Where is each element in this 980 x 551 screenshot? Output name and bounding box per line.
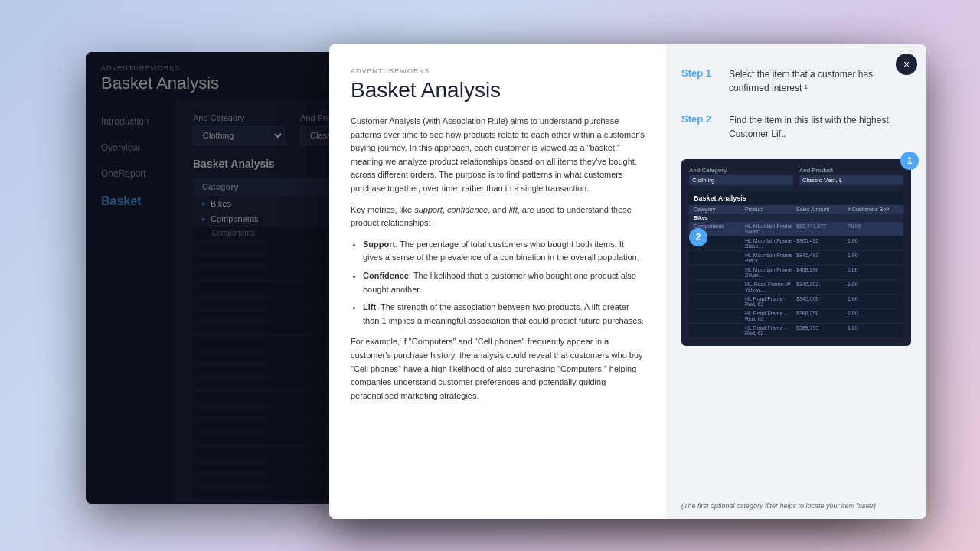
mini-table: Basket Analysis Category Product Sales A… xyxy=(689,191,903,338)
mini-category-label: And Category xyxy=(689,167,793,174)
mini-table-row: ML Road Frame-W - Yellow,...$340,2021.00 xyxy=(689,280,903,295)
mini-table-row: HL Road Frame - Red, 62$345,0681.00 xyxy=(689,295,903,309)
mini-table-row: HL Mountain Frame - Black,...$841,4831.0… xyxy=(689,251,903,266)
mini-product-label: And Product xyxy=(799,167,903,174)
step-2-label: Step 2 xyxy=(681,113,718,125)
mini-col-customers: # Customers Both xyxy=(848,207,899,212)
help-bullet-confidence: Confidence: The likelihood that a custom… xyxy=(363,269,645,296)
mini-filters: And Category Clothing And Product Classi… xyxy=(689,167,903,185)
step-1: Step 1 Select the item that a customer h… xyxy=(681,67,911,95)
help-modal-body: Customer Analysis (with Association Rule… xyxy=(351,115,645,403)
help-para-3: For example, if "Computers" and "Cell ph… xyxy=(351,335,645,403)
help-modal-title: Basket Analysis xyxy=(351,78,645,103)
step-1-desc: Select the item that a customer has conf… xyxy=(729,67,911,95)
step-1-label: Step 1 xyxy=(681,67,718,79)
help-para-2: Key metrics, like support, confidence, a… xyxy=(351,204,645,230)
help-close-button[interactable]: × xyxy=(896,54,917,75)
help-modal-brand: ADVENTUREWORKS xyxy=(351,67,645,75)
badge-2: 2 xyxy=(689,228,707,246)
mini-table-row: HL Mountain Frame - Black,...$865,4921.0… xyxy=(689,236,903,251)
help-bullets: Support: The percentage of total custome… xyxy=(363,238,645,328)
mini-col-sales: Sales Amount xyxy=(796,207,848,212)
help-footer: (The first optional category filter help… xyxy=(681,502,911,510)
help-left-panel: ADVENTUREWORKS Basket Analysis Customer … xyxy=(329,44,666,519)
mini-product-group: And Product Classic Vest, L xyxy=(799,167,903,185)
mini-group-bikes: Bikes xyxy=(689,214,903,222)
help-bullet-support: Support: The percentage of total custome… xyxy=(363,238,645,265)
step-2-desc: Find the item in this list with the high… xyxy=(729,113,911,141)
mini-product-select: Classic Vest, L xyxy=(799,175,903,185)
mini-table-row: HL Road Frame - Red, 62$368,2581.00 xyxy=(689,309,903,324)
badge-1: 1 xyxy=(900,152,919,170)
mini-table-row: ComponentsHL Mountain Frame - Silver...$… xyxy=(689,222,903,236)
help-para-1: Customer Analysis (with Association Rule… xyxy=(351,115,645,196)
mini-table-header: Category Product Sales Amount # Customer… xyxy=(689,205,903,214)
mini-table-title: Basket Analysis xyxy=(689,191,903,205)
mini-col-category: Category xyxy=(694,207,745,212)
mini-app-preview: 1 And Category Clothing And Product Clas… xyxy=(681,159,911,346)
help-right-panel: Step 1 Select the item that a customer h… xyxy=(666,44,926,519)
help-bullet-lift: Lift: The strength of the association be… xyxy=(363,301,645,328)
help-modal: × ADVENTUREWORKS Basket Analysis Custome… xyxy=(329,44,926,519)
mini-category-select: Clothing xyxy=(689,175,793,185)
mini-category-group: And Category Clothing xyxy=(689,167,793,185)
mini-table-row: HL Road Frame - Red, 62$365,7931.00 xyxy=(689,324,903,338)
step-2: Step 2 Find the item in this list with t… xyxy=(681,113,911,141)
mini-table-row: HL Mountain Frame - Silver...$408,2981.0… xyxy=(689,266,903,280)
mini-col-product: Product xyxy=(745,207,796,212)
